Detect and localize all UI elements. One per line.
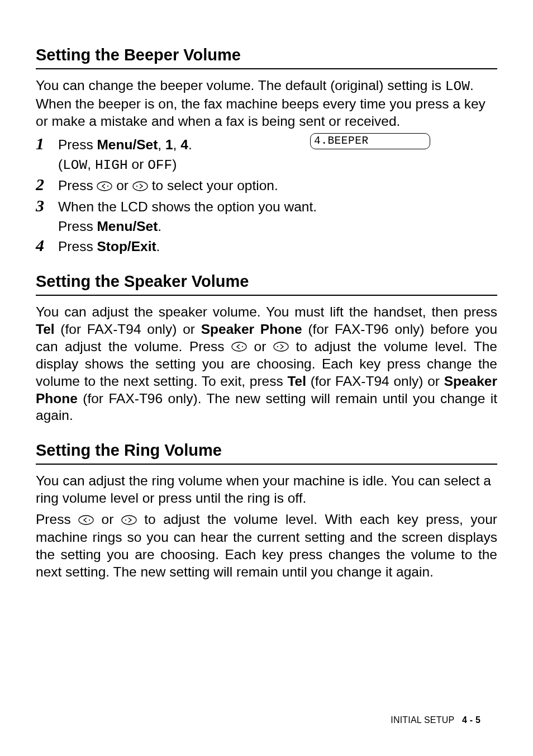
text-mono: HIGH — [95, 158, 128, 173]
text: You can adjust the speaker volume. You m… — [36, 304, 497, 319]
body-text: You can adjust the ring volume when your… — [36, 472, 497, 507]
text: Press — [58, 137, 97, 152]
key-label: Tel — [287, 374, 306, 389]
text: to select your option. — [148, 178, 278, 193]
key-label: 4 — [180, 137, 188, 152]
text: or — [112, 178, 132, 193]
step-number: 2 — [36, 175, 58, 195]
text: When the LCD shows the option you want. — [58, 199, 317, 214]
text: (for FAX-T94 only) or — [306, 374, 444, 389]
step-text: When the LCD shows the option you want. … — [58, 196, 497, 235]
text: ) — [172, 157, 177, 172]
text: . — [188, 137, 192, 152]
step-1: 1 Press Menu/Set, 1, 4. 4.BEEPER (LOW, H… — [36, 134, 497, 174]
text: . — [158, 219, 161, 234]
text: or — [128, 157, 147, 172]
step-number: 4 — [36, 236, 58, 256]
arrow-right-icon — [132, 178, 148, 196]
text: or — [94, 512, 121, 527]
step-3: 3 When the LCD shows the option you want… — [36, 196, 497, 235]
key-label: Menu/Set — [97, 137, 158, 152]
step-4: 4 Press Stop/Exit. — [36, 236, 497, 256]
step-number: 3 — [36, 196, 58, 216]
step-text: Press Menu/Set, 1, 4. 4.BEEPER (LOW, HIG… — [58, 134, 497, 174]
arrow-left-icon — [78, 512, 94, 530]
arrow-right-icon — [273, 339, 289, 356]
key-label: Menu/Set — [97, 219, 158, 234]
text: (for FAX-T94 only) or — [55, 322, 201, 337]
text: Press — [58, 178, 97, 193]
text-mono: LOW — [63, 158, 87, 173]
text: Press — [36, 512, 78, 527]
text-mono: LOW — [445, 79, 470, 94]
text-mono: OFF — [147, 158, 172, 173]
section-title: Setting the Beeper Volume — [36, 45, 497, 69]
step-sub: (LOW, HIGH or OFF) — [58, 156, 497, 174]
text: Press — [58, 239, 97, 254]
section-title: Setting the Speaker Volume — [36, 271, 497, 296]
arrow-left-icon — [97, 178, 112, 196]
text: , — [173, 137, 181, 152]
text: You can change the beeper volume. The de… — [36, 78, 445, 93]
step-sub: Press Menu/Set. — [58, 218, 497, 235]
section-ring-volume: Setting the Ring Volume You can adjust t… — [36, 440, 497, 580]
text: Press — [58, 219, 97, 234]
page-footer: INITIAL SETUP 4 - 5 — [391, 715, 480, 726]
section-beeper-volume: Setting the Beeper Volume You can change… — [36, 45, 497, 256]
section-speaker-volume: Setting the Speaker Volume You can adjus… — [36, 271, 497, 424]
arrow-right-icon — [121, 512, 137, 530]
text: , — [87, 157, 95, 172]
step-number: 1 — [36, 134, 58, 154]
body-text: Press or to adjust the volume level. Wit… — [36, 511, 497, 580]
step-text: Press Stop/Exit. — [58, 236, 497, 256]
footer-page-number: 4 - 5 — [462, 715, 480, 725]
key-label: 1 — [165, 137, 173, 152]
lcd-display: 4.BEEPER — [310, 133, 430, 149]
intro-text: You can change the beeper volume. The de… — [36, 77, 497, 130]
footer-chapter: INITIAL SETUP — [391, 715, 454, 725]
text: . — [156, 239, 160, 254]
key-label: Tel — [36, 322, 55, 337]
section-title: Setting the Ring Volume — [36, 440, 497, 465]
text: or — [247, 339, 273, 354]
text: , — [158, 137, 165, 152]
text: ( — [58, 157, 63, 172]
step-list: 1 Press Menu/Set, 1, 4. 4.BEEPER (LOW, H… — [36, 134, 497, 256]
body-text: You can adjust the speaker volume. You m… — [36, 304, 497, 424]
text: (for FAX-T96 only). The new setting will… — [36, 391, 497, 423]
step-text: Press or to select your option. — [58, 175, 497, 195]
step-2: 2 Press or to select your option. — [36, 175, 497, 195]
key-label: Stop/Exit — [97, 239, 156, 254]
arrow-left-icon — [231, 339, 247, 356]
key-label: Speaker Phone — [201, 322, 302, 337]
